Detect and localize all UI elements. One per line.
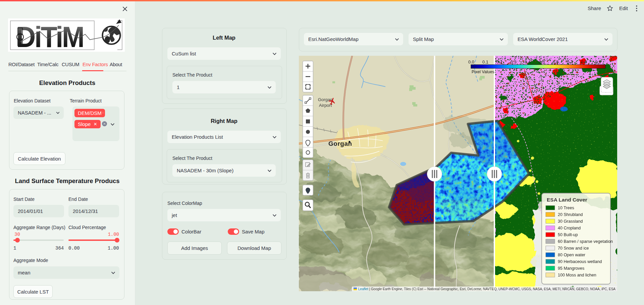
svg-text:Leaflet | Google Earth Engine,: Leaflet | Google Earth Engine, Tiles (C)…	[358, 287, 615, 291]
svg-text:80 Open water: 80 Open water	[558, 253, 585, 257]
svg-text:0.0: 0.0	[468, 59, 474, 64]
svg-text:95 Mangroves: 95 Mangroves	[558, 266, 584, 271]
svg-text:70 Snow and ice: 70 Snow and ice	[558, 246, 589, 251]
svg-text:50 Built-up: 50 Built-up	[558, 232, 578, 237]
svg-text:0.5: 0.5	[539, 59, 545, 64]
svg-text:100 Moss and lichen: 100 Moss and lichen	[558, 273, 596, 277]
svg-text:40 Cropland: 40 Cropland	[558, 226, 581, 230]
svg-text:Gorgan: Gorgan	[328, 140, 352, 147]
svg-text:0.1: 0.1	[482, 59, 488, 64]
svg-text:0.7: 0.7	[567, 59, 573, 64]
svg-text:0.4: 0.4	[525, 59, 531, 64]
svg-text:0.9: 0.9	[595, 59, 601, 64]
svg-text:20 Shrubland: 20 Shrubland	[558, 212, 583, 217]
svg-text:0.3: 0.3	[511, 59, 517, 64]
svg-text:30 Grassland: 30 Grassland	[558, 219, 583, 224]
svg-text:90 Herbaceous wetland: 90 Herbaceous wetland	[558, 259, 602, 264]
svg-text:0.2: 0.2	[496, 59, 502, 64]
svg-text:0.8: 0.8	[581, 59, 587, 64]
svg-text:0.6: 0.6	[553, 59, 559, 64]
svg-text:10 Trees: 10 Trees	[558, 206, 574, 210]
svg-text:Pixel Values: Pixel Values	[472, 70, 494, 74]
svg-text:ESA Land Cover: ESA Land Cover	[547, 197, 587, 203]
svg-text:60 Barren / sparse vegetation: 60 Barren / sparse vegetation	[558, 239, 613, 244]
svg-text:DiTiM: DiTiM	[16, 20, 83, 52]
svg-text:Airport: Airport	[319, 103, 332, 108]
